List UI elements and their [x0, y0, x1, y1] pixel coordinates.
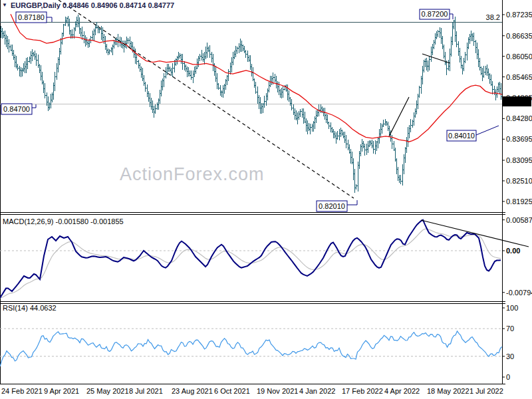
y-axis-label: 0 [506, 373, 510, 381]
moving-average-line [11, 14, 502, 142]
y-axis-label: 30 [506, 352, 514, 360]
y-axis-label: 0.83095 [506, 156, 532, 164]
y-axis-label: 100 [506, 304, 518, 312]
date-axis-label: 19 Nov 2021 [257, 387, 298, 395]
macd-declining-trendline[interactable] [421, 220, 529, 247]
rising-black-trendline[interactable] [389, 97, 409, 136]
fib-382-label: 38.2 [486, 13, 500, 21]
price-callout-0.84700[interactable]: 0.84700 [1, 104, 36, 114]
y-axis-label: 0.005872 [506, 216, 532, 224]
date-axis-label: 18 May 2022 [427, 387, 469, 395]
y-axis-label: 0.83695 [506, 135, 532, 143]
macd-main-line [0, 220, 501, 298]
date-axis-label: 24 Feb 2021 [1, 387, 43, 395]
date-axis-label: 4 Jan 2022 [299, 387, 335, 395]
chart-canvas[interactable]: 0.872350.866350.860500.854650.848650.842… [0, 0, 532, 399]
symbol-ohlc-title: EURGBP,Daily 0.84846 0.84906 0.84714 0.8… [11, 1, 174, 9]
date-axis-label: 8 Jul 2021 [129, 387, 163, 395]
price-callout-0.87200[interactable]: 0.87200 [420, 9, 453, 19]
price-callout-0.87180[interactable]: 0.87180 [16, 12, 52, 23]
date-axis-label: 17 Feb 2022 [342, 387, 383, 395]
price-callout-0.82010[interactable]: 0.82010 [317, 200, 357, 211]
y-axis-label: 0.81925 [506, 198, 532, 205]
date-axis-label: 9 Apr 2021 [44, 387, 79, 395]
y-axis-label: -0.007945 [506, 289, 532, 297]
price-callout-0.84010[interactable]: 0.84010 [447, 126, 499, 141]
y-axis-label: 0.00 [506, 247, 520, 255]
symbol-title-bar: ▼ EURGBP,Daily 0.84846 0.84906 0.84714 0… [2, 1, 174, 9]
rsi-line [0, 331, 502, 366]
date-axis-label: 6 Oct 2021 [214, 387, 250, 395]
collapse-triangle-icon[interactable]: ▼ [2, 3, 7, 8]
rsi-indicator-title: RSI(14) 44.0632 [3, 304, 57, 312]
y-axis-label: 0.85465 [506, 73, 532, 81]
y-axis-label: 70 [506, 325, 514, 332]
trading-chart-window: 0.872350.866350.860500.854650.848650.842… [0, 0, 532, 399]
date-axis-label: 4 Apr 2022 [384, 387, 420, 395]
current-price-label: 0.84777 [504, 98, 531, 106]
date-axis-label: 1 Jul 2022 [469, 387, 503, 395]
svg-text:0.87180: 0.87180 [18, 13, 45, 21]
y-axis-label: 0.86050 [506, 53, 532, 61]
macd-indicator-title: MACD(12,26,9) -0.001580 -0.001855 [3, 217, 124, 225]
y-axis-label: 0.84280 [506, 114, 532, 122]
svg-text:0.84010: 0.84010 [448, 132, 475, 140]
date-axis-label: 25 May 2021 [86, 387, 129, 395]
y-axis-label: 0.87235 [506, 11, 532, 19]
svg-text:0.87200: 0.87200 [422, 10, 448, 18]
watermark: ActionForex.com [120, 164, 265, 185]
date-axis-label: 23 Aug 2021 [172, 387, 213, 395]
svg-text:0.82010: 0.82010 [319, 202, 345, 210]
y-axis-label: 0.82510 [506, 177, 532, 185]
svg-text:0.84700: 0.84700 [3, 105, 30, 113]
y-axis-label: 0.86635 [506, 32, 532, 40]
